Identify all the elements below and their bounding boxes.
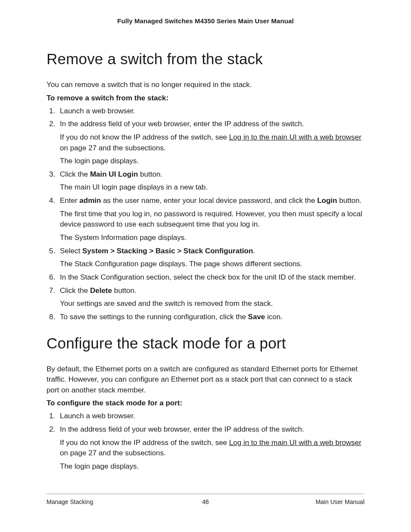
step-text: In the Stack Configuration section, sele… [60,273,356,281]
bold-label: Delete [90,286,112,295]
step-text: Select [60,247,82,255]
sub-text: The login page displays. [60,461,364,472]
steps-list-1: Launch a web browser. In the address fie… [47,106,364,323]
running-header: Fully Managed Switches M4350 Series Main… [47,17,364,25]
sub-text: The main UI login page displays in a new… [60,182,364,193]
heading-remove-switch: Remove a switch from the stack [47,50,364,68]
steps-list-2: Launch a web browser. In the address fie… [47,411,364,472]
list-item: Launch a web browser. [57,106,364,117]
step-text: as the user name, enter your local devic… [101,196,317,205]
step-text: Click the [60,286,90,295]
step-text: icon. [265,313,283,321]
step-text: Click the [60,170,90,178]
sub-text: The login page displays. [60,156,364,167]
sub-text: The System Information page displays. [60,233,364,243]
step-text: In the address field of your web browser… [60,425,304,433]
sub-text: The first time that you log in, no passw… [60,209,364,230]
step-body: If you do not know the IP address of the… [60,132,364,167]
step-text: In the address field of your web browser… [60,120,304,128]
list-item: To save the settings to the running conf… [57,312,364,323]
bold-label: Main UI Login [90,170,138,178]
list-item: In the Stack Configuration section, sele… [57,272,364,283]
step-body: If you do not know the IP address of the… [60,438,364,472]
sub-text: If you do not know the IP address of the… [60,439,229,447]
page-number: 46 [47,498,364,505]
sub-text: The Stack Configuration page displays. T… [60,259,364,270]
heading-configure-stack-mode: Configure the stack mode for a port [47,335,364,352]
step-text: button. [112,286,137,295]
step-text: button. [138,170,162,178]
procedure-label: To remove a switch from the stack: [47,94,364,103]
intro-text: You can remove a switch that is no longe… [47,80,364,90]
step-body: The main UI login page displays in a new… [60,182,364,193]
list-item: Click the Delete button. Your settings a… [57,286,364,309]
sub-text: Your settings are saved and the switch i… [60,299,364,309]
step-text: Enter [60,196,79,205]
list-item: Select System > Stacking > Basic > Stack… [57,246,364,270]
bold-label: Login [317,196,337,205]
list-item: In the address field of your web browser… [57,424,364,472]
bold-label: System > Stacking > Basic > Stack Config… [82,247,253,255]
step-text: Launch a web browser. [60,412,135,420]
bold-label: Save [248,313,265,321]
intro-text: By default, the Ethernet ports on a swit… [47,364,364,396]
page: Fully Managed Switches M4350 Series Main… [0,0,411,532]
list-item: Enter admin as the user name, enter your… [57,196,364,243]
step-text: . [253,247,255,255]
cross-ref-link[interactable]: Log in to the main UI with a web browser [229,133,361,141]
list-item: Click the Main UI Login button. The main… [57,169,364,193]
list-item: In the address field of your web browser… [57,119,364,167]
sub-text: on page 27 and the subsections. [60,449,166,457]
sub-text: If you do not know the IP address of the… [60,133,229,141]
step-text: Launch a web browser. [60,107,135,115]
step-body: Your settings are saved and the switch i… [60,299,364,309]
list-item: Launch a web browser. [57,411,364,422]
sub-text: on page 27 and the subsections. [60,144,166,152]
step-body: The Stack Configuration page displays. T… [60,259,364,270]
procedure-label: To configure the stack mode for a port: [47,399,364,408]
step-text: button. [337,196,361,205]
step-text: To save the settings to the running conf… [60,313,248,321]
cross-ref-link[interactable]: Log in to the main UI with a web browser [229,439,361,447]
step-body: The first time that you log in, no passw… [60,209,364,243]
page-footer: Manage Stacking 46 Main User Manual [47,494,364,505]
bold-label: admin [79,196,101,205]
